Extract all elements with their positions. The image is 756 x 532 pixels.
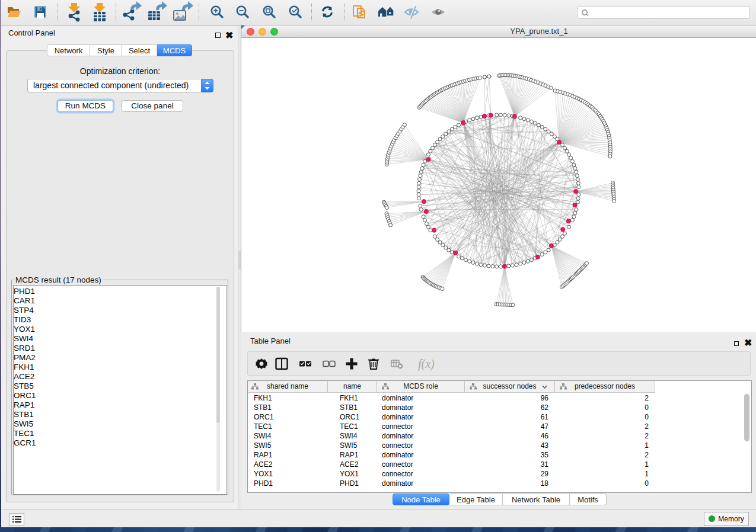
svg-text:f(x): f(x): [418, 357, 435, 371]
